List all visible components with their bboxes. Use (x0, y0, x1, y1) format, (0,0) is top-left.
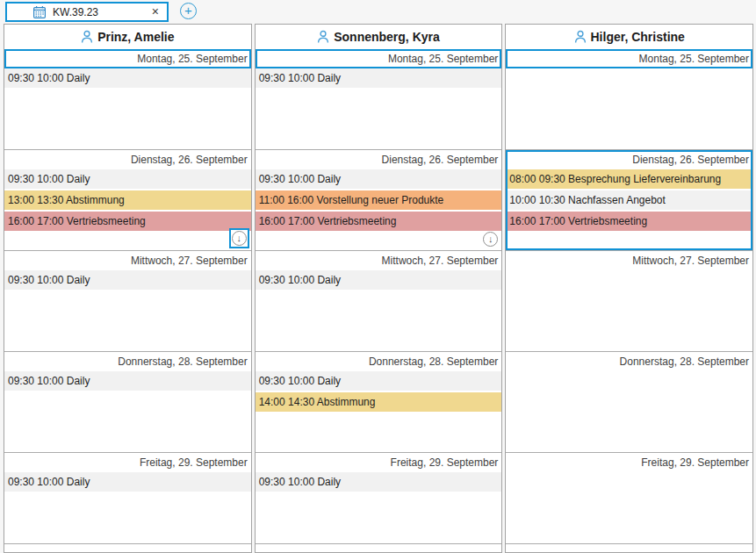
tab-label: KW.39.23 (53, 6, 149, 18)
day-cell[interactable]: Montag, 25. September 09:30 10:00 Daily (256, 49, 502, 150)
week-grid: Prinz, Amelie Montag, 25. September 09:3… (0, 24, 756, 553)
event-time: 10:00 10:30 (509, 194, 565, 206)
calendar-event[interactable]: 09:30 10:00 Daily (4, 169, 251, 189)
event-title: Vertriebsmeeting (317, 215, 396, 227)
event-title: Vertriebsmeeting (67, 215, 146, 227)
event-time: 09:30 10:00 (259, 173, 314, 185)
person-icon (317, 30, 329, 44)
event-title: Daily (317, 72, 341, 84)
event-title: Daily (317, 476, 341, 488)
event-title: Daily (67, 173, 90, 185)
event-title: Daily (317, 274, 341, 286)
day-header[interactable]: Freitag, 29. September (506, 453, 752, 472)
down-arrow-icon: ↓ (483, 232, 498, 247)
calendar-event[interactable]: 16:00 17:00 Vertriebsmeeting (256, 212, 502, 231)
day-header[interactable]: Montag, 25. September (256, 49, 502, 68)
day-cell[interactable]: Donnerstag, 28. September 09:30 10:00 Da… (4, 352, 251, 453)
day-cell[interactable]: Freitag, 29. September (506, 453, 752, 544)
calendar-event[interactable]: 09:30 10:00 Daily (256, 169, 502, 189)
calendar-event[interactable]: 09:30 10:00 Daily (4, 68, 251, 88)
event-title: Daily (67, 476, 90, 488)
calendar-event[interactable]: 08:00 09:30 Besprechung Liefervereinbaru… (506, 169, 752, 189)
overflow-arrow-button[interactable]: ↓ (229, 228, 249, 248)
day-header[interactable]: Donnerstag, 28. September (256, 352, 502, 371)
day-cell[interactable]: Montag, 25. September 09:30 10:00 Daily (4, 49, 251, 150)
calendar-event[interactable]: 09:30 10:00 Daily (4, 270, 251, 290)
calendar-event[interactable]: 10:00 10:30 Nachfassen Angebot (506, 190, 752, 210)
calendar-event[interactable]: 09:30 10:00 Daily (4, 472, 251, 492)
column-header[interactable]: Hilger, Christine (506, 25, 752, 49)
event-time: 09:30 10:00 (8, 375, 63, 387)
event-time: 09:30 10:00 (259, 375, 314, 387)
day-cell[interactable]: Mittwoch, 27. September 09:30 10:00 Dail… (4, 251, 251, 352)
person-icon (574, 30, 587, 44)
calendar-icon (32, 5, 47, 19)
day-header[interactable]: Montag, 25. September (506, 49, 752, 68)
event-time: 09:30 10:00 (259, 72, 314, 84)
day-header[interactable]: Montag, 25. September (4, 49, 251, 68)
resource-column-sonnenberg: Sonnenberg, Kyra Montag, 25. September 0… (255, 24, 503, 553)
day-header[interactable]: Dienstag, 26. September (256, 150, 502, 169)
event-time: 09:30 10:00 (8, 173, 63, 185)
column-header[interactable]: Prinz, Amelie (4, 25, 251, 49)
event-title: Daily (317, 173, 341, 185)
column-header[interactable]: Sonnenberg, Kyra (256, 25, 502, 49)
event-title: Daily (67, 274, 90, 286)
event-title: Daily (317, 375, 341, 387)
event-time: 08:00 09:30 (509, 173, 565, 185)
day-cell[interactable]: Mittwoch, 27. September 09:30 10:00 Dail… (256, 251, 502, 352)
column-title: Hilger, Christine (591, 30, 685, 44)
day-cell[interactable]: Dienstag, 26. September 09:30 10:00 Dail… (256, 150, 502, 251)
event-time: 14:00 14:30 (259, 396, 314, 408)
day-header[interactable]: Mittwoch, 27. September (256, 251, 502, 270)
person-icon (81, 30, 93, 44)
day-header[interactable]: Mittwoch, 27. September (4, 251, 251, 270)
day-cell[interactable]: Dienstag, 26. September 09:30 10:00 Dail… (4, 150, 251, 251)
day-cell-selected[interactable]: Dienstag, 26. September 08:00 09:30 Besp… (506, 150, 752, 251)
calendar-event[interactable]: 09:30 10:00 Daily (256, 472, 502, 492)
event-time: 16:00 17:00 (8, 215, 63, 227)
event-time: 09:30 10:00 (8, 274, 63, 286)
calendar-event[interactable]: 09:30 10:00 Daily (4, 371, 251, 391)
down-arrow-icon: ↓ (232, 231, 247, 246)
resource-column-hilger: Hilger, Christine Montag, 25. September … (505, 24, 753, 553)
calendar-event[interactable]: 09:30 10:00 Daily (256, 371, 502, 391)
event-time: 16:00 17:00 (259, 215, 314, 227)
calendar-event[interactable]: 09:30 10:00 Daily (256, 68, 502, 88)
column-title: Sonnenberg, Kyra (334, 30, 440, 44)
event-title: Vorstellung neuer Produkte (317, 194, 444, 206)
day-header[interactable]: Freitag, 29. September (256, 453, 502, 472)
event-title: Vertriebsmeeting (568, 215, 647, 227)
day-header[interactable]: Freitag, 29. September (4, 453, 251, 472)
event-time: 09:30 10:00 (259, 476, 314, 488)
close-icon[interactable]: × (149, 4, 162, 19)
day-header[interactable]: Donnerstag, 28. September (4, 352, 251, 371)
event-time: 09:30 10:00 (8, 72, 63, 84)
event-title: Nachfassen Angebot (568, 194, 666, 206)
event-time: 09:30 10:00 (8, 476, 63, 488)
day-cell[interactable]: Freitag, 29. September 09:30 10:00 Daily (256, 453, 502, 544)
calendar-event[interactable]: 13:00 13:30 Abstimmung (4, 190, 251, 210)
event-title: Daily (67, 375, 90, 387)
calendar-event[interactable]: 16:00 17:00 Vertriebsmeeting (4, 212, 251, 231)
day-header[interactable]: Donnerstag, 28. September (506, 352, 752, 371)
day-cell[interactable]: Mittwoch, 27. September (506, 251, 752, 352)
tab-week-39[interactable]: KW.39.23 × (5, 2, 169, 22)
event-title: Abstimmung (317, 396, 376, 408)
day-cell[interactable]: Montag, 25. September (506, 49, 752, 150)
event-time: 11:00 16:00 (259, 194, 314, 206)
calendar-event[interactable]: 11:00 16:00 Vorstellung neuer Produkte (256, 190, 502, 210)
day-header[interactable]: Dienstag, 26. September (506, 150, 752, 169)
overflow-arrow-button[interactable]: ↓ (483, 232, 498, 247)
day-cell[interactable]: Donnerstag, 28. September (506, 352, 752, 453)
day-cell[interactable]: Donnerstag, 28. September 09:30 10:00 Da… (256, 352, 502, 453)
event-time: 16:00 17:00 (509, 215, 565, 227)
calendar-event[interactable]: 09:30 10:00 Daily (256, 270, 502, 290)
calendar-event[interactable]: 14:00 14:30 Abstimmung (256, 392, 502, 412)
event-title: Abstimmung (66, 194, 125, 206)
calendar-event[interactable]: 16:00 17:00 Vertriebsmeeting (506, 212, 752, 231)
day-header[interactable]: Dienstag, 26. September (4, 150, 251, 169)
add-tab-button[interactable]: + (180, 3, 197, 19)
day-header[interactable]: Mittwoch, 27. September (506, 251, 752, 270)
day-cell[interactable]: Freitag, 29. September 09:30 10:00 Daily (4, 453, 251, 544)
